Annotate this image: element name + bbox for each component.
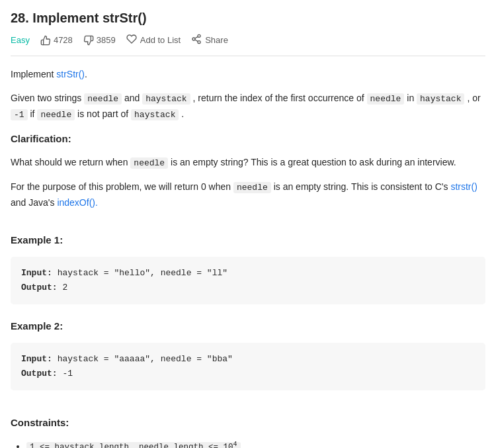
needle-code-3: needle <box>37 109 75 120</box>
example-1-output-label: Output: <box>21 283 58 292</box>
implement-paragraph: Implement strStr(). <box>11 67 485 83</box>
example-1-input-value: haystack = "hello", needle = "ll" <box>58 268 227 278</box>
spacer-2 <box>11 404 485 414</box>
share-label: Share <box>205 35 228 45</box>
needle-code-5: needle <box>233 182 271 193</box>
downvote-count: 3859 <box>97 35 116 45</box>
purpose-pre: For the purpose of this problem, we will… <box>11 181 233 192</box>
and-java-text: and Java's <box>11 197 57 208</box>
description-section: Implement strStr(). Given two strings ne… <box>11 67 485 448</box>
example-2-input-label: Input: <box>21 354 52 364</box>
period: . <box>181 109 184 119</box>
share-icon <box>191 34 202 46</box>
implement-link[interactable]: strStr() <box>56 69 85 79</box>
example-2-block: Input: haystack = "aaaaa", needle = "bba… <box>11 343 485 390</box>
purpose-post: is an empty string. This is consistent t… <box>274 181 451 192</box>
haystack-code-2: haystack <box>417 93 464 105</box>
problem-title: 28. Implement strStr() <box>11 11 485 26</box>
add-to-list-button[interactable]: Add to List <box>126 34 181 46</box>
constraints-list: 1 <= haystack.length, needle.length <= 1… <box>11 439 485 448</box>
meta-row: Easy 4728 3859 <box>11 34 485 56</box>
needle-code-1: needle <box>84 93 122 105</box>
svg-line-3 <box>195 40 198 42</box>
example-2-output-label: Output: <box>21 369 58 379</box>
implement-text: Implement <box>11 69 54 79</box>
example-2-input-value: haystack = "aaaaa", needle = "bba" <box>58 354 233 364</box>
needle-code-2: needle <box>367 93 405 105</box>
haystack-code-1: haystack <box>142 93 190 105</box>
purpose-paragraph: For the purpose of this problem, we will… <box>11 179 485 211</box>
and-text-1: and <box>124 93 142 103</box>
thumbs-up-icon[interactable] <box>40 35 51 46</box>
constraint-1-code: 1 <= haystack.length, needle.length <= 1… <box>26 442 241 449</box>
in-text: in <box>407 93 417 103</box>
clarification-heading: Clarification: <box>11 130 485 148</box>
indexof-link[interactable]: indexOf(). <box>57 197 97 208</box>
example-2-output: Output: -1 <box>21 367 475 381</box>
example-1-output-value: 2 <box>62 283 67 292</box>
svg-point-0 <box>198 34 200 37</box>
example-1-input-label: Input: <box>21 268 52 278</box>
haystack-code-3: haystack <box>131 109 179 120</box>
given-two-strings-text: Given two strings <box>11 93 84 103</box>
spacer-1 <box>11 218 485 229</box>
strstr-link[interactable]: strstr() <box>450 181 477 192</box>
clarification-pre: What should we return when <box>11 157 130 167</box>
page-container: 28. Implement strStr() Easy 4728 3859 <box>0 0 496 448</box>
example-1-heading: Example 1: <box>11 232 485 249</box>
needle-code-4: needle <box>130 157 168 169</box>
svg-line-4 <box>195 36 198 38</box>
example-2-output-value: -1 <box>62 369 73 379</box>
constraints-heading: Constraints: <box>11 414 485 431</box>
share-button[interactable]: Share <box>191 34 228 46</box>
example-2-heading: Example 2: <box>11 318 485 335</box>
thumbs-down-icon[interactable] <box>83 35 94 46</box>
add-to-list-label: Add to List <box>140 35 181 45</box>
upvote-count: 4728 <box>54 35 73 45</box>
example-1-output: Output: 2 <box>21 281 475 295</box>
upvote-group: 4728 <box>40 35 73 46</box>
main-description-paragraph: Given two strings needle and haystack , … <box>11 91 485 122</box>
example-1-block: Input: haystack = "hello", needle = "ll"… <box>11 257 485 304</box>
example-1-input: Input: haystack = "hello", needle = "ll" <box>21 266 475 281</box>
minus1-code: -1 <box>11 109 28 120</box>
heart-icon <box>126 34 137 46</box>
example-2-input: Input: haystack = "aaaaa", needle = "bba… <box>21 352 475 367</box>
clarification-post: is an empty string? This is a great ques… <box>171 157 456 167</box>
is-not-part-of-text: is not part of <box>77 109 131 119</box>
svg-point-2 <box>198 41 200 44</box>
constraint-item-1: 1 <= haystack.length, needle.length <= 1… <box>26 439 485 448</box>
difficulty-badge: Easy <box>11 35 30 45</box>
if-text: if <box>30 109 38 119</box>
downvote-group: 3859 <box>83 35 116 46</box>
clarification-paragraph: What should we return when needle is an … <box>11 155 485 171</box>
or-text: , or <box>467 93 480 103</box>
paragraph1-post: , return the index of the first occurren… <box>193 93 367 103</box>
svg-point-1 <box>192 38 195 40</box>
